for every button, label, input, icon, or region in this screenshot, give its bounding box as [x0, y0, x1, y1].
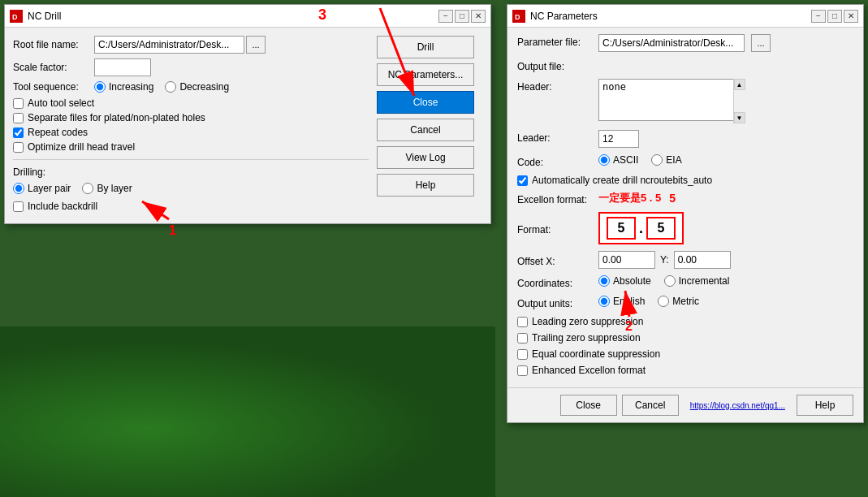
code-row: Code: ASCII EIA	[517, 154, 853, 168]
root-file-input[interactable]	[94, 36, 244, 54]
separate-files-text: Separate files for plated/non-plated hol…	[28, 112, 205, 123]
scrollbar-down-arrow[interactable]: ▼	[734, 112, 745, 123]
nc-params-minimize-button[interactable]: −	[811, 10, 826, 23]
auto-tool-select-text: Auto tool select	[28, 97, 94, 109]
leading-zero-checkbox[interactable]	[517, 317, 528, 327]
metric-radio-label[interactable]: Metric	[658, 296, 699, 307]
auto-tool-select-checkbox-label[interactable]: Auto tool select	[13, 97, 369, 109]
nc-params-cancel-btn[interactable]: Cancel	[622, 395, 679, 416]
nc-params-titlebar-controls: − □ ✕	[811, 10, 858, 23]
decreasing-radio-label[interactable]: Decreasing	[165, 81, 229, 93]
drilling-section: Drilling: Layer pair By layer In	[13, 166, 369, 212]
ascii-radio[interactable]	[598, 154, 610, 166]
repeat-codes-checkbox-label[interactable]: Repeat codes	[13, 127, 369, 138]
optimize-drill-checkbox-label[interactable]: Optimize drill head travel	[13, 141, 369, 153]
drilling-label: Drilling:	[13, 166, 369, 178]
enhanced-excellon-label[interactable]: Enhanced Excellon format	[517, 365, 853, 376]
auto-create-checkbox[interactable]	[517, 175, 528, 186]
ascii-label: ASCII	[613, 154, 638, 166]
nc-params-help-btn[interactable]: Help	[797, 395, 853, 416]
leading-zero-label[interactable]: Leading zero suppression	[517, 316, 853, 327]
english-radio[interactable]	[598, 296, 610, 307]
nc-parameters-button[interactable]: NC Parameters...	[377, 63, 474, 86]
nc-params-restore-button[interactable]: □	[827, 10, 842, 23]
offset-y-input[interactable]	[674, 251, 731, 269]
scale-factor-input[interactable]	[94, 58, 151, 76]
eia-label: EIA	[666, 154, 681, 166]
auto-create-checkbox-label[interactable]: Automatically create drill ncroutebits_a…	[517, 175, 853, 186]
minimize-button[interactable]: −	[438, 10, 453, 23]
leader-input[interactable]	[598, 130, 639, 148]
format-int-input[interactable]	[607, 217, 636, 240]
layer-pair-radio-label[interactable]: Layer pair	[13, 183, 71, 194]
svg-rect-17	[97, 383, 130, 404]
english-radio-label[interactable]: English	[598, 296, 645, 307]
svg-point-19	[273, 388, 279, 395]
separate-files-checkbox[interactable]	[13, 113, 24, 123]
enhanced-excellon-text: Enhanced Excellon format	[532, 365, 646, 376]
nc-parameters-dialog: D NC Parameters − □ ✕ Parameter file: ..…	[507, 4, 864, 423]
auto-tool-select-checkbox[interactable]	[13, 98, 24, 109]
incremental-radio[interactable]	[664, 275, 676, 287]
view-log-button[interactable]: View Log	[377, 146, 474, 169]
header-scrollbar[interactable]: ▲ ▼	[733, 79, 745, 123]
root-file-browse-button[interactable]: ...	[246, 36, 266, 54]
excellon-format-row: Excellon format: 一定要是5 . 5 5	[517, 191, 853, 205]
include-backdrill-checkbox[interactable]	[13, 201, 24, 212]
trailing-zero-checkbox[interactable]	[517, 333, 528, 344]
format-dec-input[interactable]	[646, 217, 676, 240]
coordinates-control: Absolute Incremental	[598, 275, 853, 287]
param-file-browse-button[interactable]: ...	[751, 34, 771, 52]
param-file-input[interactable]	[598, 34, 745, 52]
code-label: Code:	[517, 154, 598, 168]
nc-params-close-btn[interactable]: Close	[560, 395, 617, 416]
repeat-codes-checkbox[interactable]	[13, 127, 24, 138]
cancel-button-drill[interactable]: Cancel	[377, 119, 474, 141]
incremental-label: Incremental	[679, 275, 730, 287]
absolute-radio[interactable]	[598, 275, 610, 287]
pcb-background	[0, 326, 495, 497]
equal-coord-label[interactable]: Equal coordinate suppression	[517, 348, 853, 360]
offset-x-input[interactable]	[598, 251, 655, 269]
eia-radio[interactable]	[651, 154, 663, 166]
format-label: Format:	[517, 222, 598, 236]
close-button-drill[interactable]: Close	[377, 91, 474, 114]
scrollbar-up-arrow[interactable]: ▲	[734, 79, 745, 90]
eia-radio-label[interactable]: EIA	[651, 154, 681, 166]
metric-radio[interactable]	[658, 296, 669, 307]
increasing-label: Increasing	[109, 81, 153, 93]
enhanced-excellon-checkbox[interactable]	[517, 365, 528, 376]
format-inputs: .	[598, 212, 684, 244]
svg-point-12	[97, 359, 227, 456]
drilling-radio-group: Layer pair By layer	[13, 183, 369, 194]
separate-files-checkbox-label[interactable]: Separate files for plated/non-plated hol…	[13, 112, 369, 123]
svg-text:D: D	[515, 13, 520, 21]
optimize-drill-checkbox[interactable]	[13, 142, 24, 153]
by-layer-radio[interactable]	[82, 183, 93, 194]
absolute-radio-label[interactable]: Absolute	[598, 275, 651, 287]
scale-factor-label: Scale factor:	[13, 62, 94, 73]
increasing-radio-label[interactable]: Increasing	[94, 81, 153, 93]
trailing-zero-label[interactable]: Trailing zero suppression	[517, 332, 853, 344]
restore-button[interactable]: □	[455, 10, 469, 23]
suppression-section: Leading zero suppression Trailing zero s…	[517, 316, 853, 376]
close-button[interactable]: ✕	[471, 10, 486, 23]
equal-coord-checkbox[interactable]	[517, 349, 528, 360]
incremental-radio-label[interactable]: Incremental	[664, 275, 730, 287]
drill-button[interactable]: Drill	[377, 36, 474, 58]
coordinates-row: Coordinates: Absolute Incremental	[517, 275, 853, 289]
nc-params-body: Parameter file: ... Output file: Header:…	[507, 28, 863, 387]
svg-point-20	[306, 413, 311, 418]
num5-annotation: 5	[669, 192, 676, 205]
layer-pair-radio[interactable]	[13, 183, 24, 194]
format-row: Format: .	[517, 212, 853, 244]
nc-params-close-button[interactable]: ✕	[844, 10, 858, 23]
increasing-radio[interactable]	[94, 81, 106, 93]
include-backdrill-checkbox-label[interactable]: Include backdrill	[13, 201, 369, 212]
equal-coord-text: Equal coordinate suppression	[532, 348, 660, 360]
ascii-radio-label[interactable]: ASCII	[598, 154, 638, 166]
by-layer-radio-label[interactable]: By layer	[82, 183, 132, 194]
help-button-drill[interactable]: Help	[377, 174, 474, 197]
header-textarea[interactable]: none	[598, 79, 745, 121]
decreasing-radio[interactable]	[165, 81, 176, 93]
